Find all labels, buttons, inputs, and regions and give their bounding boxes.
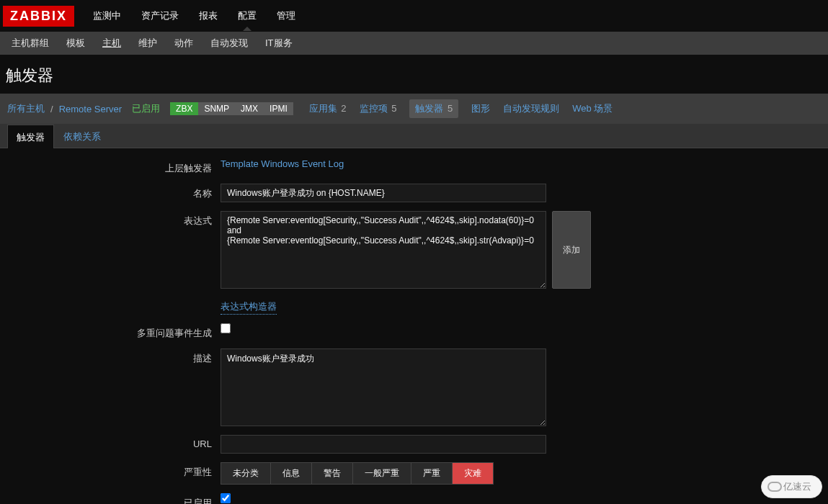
severity-disaster[interactable]: 灾难 <box>453 463 493 484</box>
triggers-count: 5 <box>448 103 453 114</box>
items-count: 5 <box>391 103 396 114</box>
subnav-hosts[interactable]: 主机 <box>94 31 130 55</box>
breadcrumb-all-hosts[interactable]: 所有主机 <box>7 102 45 115</box>
severity-group: 未分类 信息 警告 一般严重 严重 灾难 <box>221 462 494 485</box>
expression-textarea[interactable]: {Remote Server:eventlog[Security,,"Succe… <box>221 211 546 289</box>
enabled-checkbox[interactable] <box>221 493 231 503</box>
page-title: 触发器 <box>0 55 828 94</box>
subnav-discovery[interactable]: 自动发现 <box>202 31 257 55</box>
severity-information[interactable]: 信息 <box>271 463 312 484</box>
label-name: 名称 <box>7 184 221 200</box>
iface-jmx-badge: JMX <box>235 102 264 115</box>
description-textarea[interactable]: Windows账户登录成功 <box>221 348 546 426</box>
tab-dependencies[interactable]: 依赖关系 <box>54 124 110 148</box>
name-input[interactable] <box>221 184 546 202</box>
tab-trigger[interactable]: 触发器 <box>7 125 54 148</box>
iface-zbx-badge: ZBX <box>170 102 198 115</box>
watermark: 亿速云 <box>761 475 822 498</box>
severity-average[interactable]: 一般严重 <box>353 463 411 484</box>
host-status: 已启用 <box>132 102 160 115</box>
subnav-templates[interactable]: 模板 <box>58 31 94 55</box>
link-graphs[interactable]: 图形 <box>471 102 490 115</box>
link-discovery-rules[interactable]: 自动发现规则 <box>503 102 559 115</box>
applications-count: 2 <box>341 103 346 114</box>
nav-reports[interactable]: 报表 <box>189 1 228 31</box>
sub-nav: 主机群组 模板 主机 维护 动作 自动发现 IT服务 <box>0 32 828 55</box>
nav-administration[interactable]: 管理 <box>267 1 306 31</box>
breadcrumb-separator: / <box>50 104 53 114</box>
label-url: URL <box>7 435 221 449</box>
nav-inventory[interactable]: 资产记录 <box>131 1 189 31</box>
host-bar: 所有主机 / Remote Server 已启用 ZBXSNMPJMXIPMI … <box>0 94 828 124</box>
breadcrumb-host[interactable]: Remote Server <box>59 104 122 114</box>
label-description: 描述 <box>7 348 221 365</box>
add-button[interactable]: 添加 <box>552 211 591 289</box>
top-nav: ZABBIX 监测中 资产记录 报表 配置 管理 <box>0 0 828 32</box>
nav-configuration[interactable]: 配置 <box>228 1 267 31</box>
label-expression: 表达式 <box>7 211 221 228</box>
subnav-itservices[interactable]: IT服务 <box>257 31 301 55</box>
link-applications[interactable]: 应用集 <box>309 103 337 114</box>
iface-ipmi-badge: IPMI <box>264 102 293 115</box>
interface-badges: ZBXSNMPJMXIPMI <box>170 102 293 115</box>
subnav-actions[interactable]: 动作 <box>166 31 202 55</box>
link-web[interactable]: Web 场景 <box>572 102 613 115</box>
link-triggers[interactable]: 触发器 <box>415 103 443 114</box>
multiple-events-checkbox[interactable] <box>221 323 231 333</box>
subnav-maintenance[interactable]: 维护 <box>130 31 166 55</box>
parent-trigger-link[interactable]: Template Windows Event Log <box>221 158 344 169</box>
severity-warning[interactable]: 警告 <box>312 463 353 484</box>
subnav-hostgroups[interactable]: 主机群组 <box>3 31 58 55</box>
severity-not-classified[interactable]: 未分类 <box>221 463 271 484</box>
nav-monitoring[interactable]: 监测中 <box>83 1 131 31</box>
label-enabled: 已启用 <box>7 493 221 504</box>
logo: ZABBIX <box>3 6 74 27</box>
trigger-form: 上层触发器 Template Windows Event Log 名称 表达式 … <box>0 148 828 504</box>
link-triggers-pill[interactable]: 触发器 5 <box>409 99 458 118</box>
iface-snmp-badge: SNMP <box>198 102 235 115</box>
label-multiple-events: 多重问题事件生成 <box>7 323 221 340</box>
severity-high[interactable]: 严重 <box>411 463 453 484</box>
label-severity: 严重性 <box>7 462 221 479</box>
url-input[interactable] <box>221 435 546 454</box>
form-tabs: 触发器 依赖关系 <box>0 124 828 148</box>
expression-constructor-link[interactable]: 表达式构造器 <box>221 300 277 315</box>
link-items[interactable]: 监控项 <box>360 103 388 114</box>
label-parent-triggers: 上层触发器 <box>7 158 221 175</box>
